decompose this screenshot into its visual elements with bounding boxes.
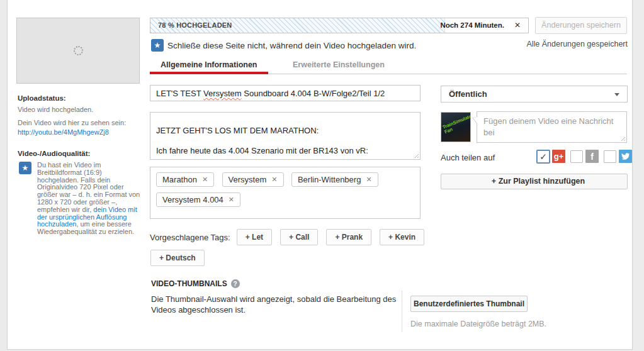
video-link-label: Dein Video wird hier zu sehen sein:	[18, 119, 126, 126]
message-placeholder: Fügen deinem Video eine Nachricht bei	[483, 116, 613, 137]
upload-status-text: Video wird hochgeladen.	[18, 106, 93, 113]
checkmark-icon: ✓	[539, 152, 547, 162]
chevron-down-icon	[614, 93, 619, 96]
upload-progress-bar: 78 % HOCHGELADEN Noch 274 Minuten. ✕	[150, 18, 529, 33]
remove-tag-icon[interactable]: ✕	[271, 176, 277, 184]
star-icon: ★	[151, 39, 164, 52]
video-url-link[interactable]: http://youtu.be/4MgMhgewZj8	[18, 128, 109, 136]
share-facebook-checkbox[interactable]	[570, 150, 583, 163]
tag-pill: Berlin-Wittenberg✕	[291, 172, 378, 187]
visibility-dropdown[interactable]: Öffentlich	[441, 86, 628, 103]
video-message-input[interactable]: Fügen deinem Video eine Nachricht bei	[477, 111, 627, 143]
title-input[interactable]: LET'S TEST Versystem Soundboard 4.004 B-…	[150, 85, 421, 101]
googleplus-icon[interactable]: g+	[552, 150, 565, 163]
save-changes-button[interactable]: Änderungen speichern	[535, 17, 627, 34]
suggested-tag-button[interactable]: + Prank	[326, 229, 371, 245]
avatar: TrainSimulator Fan	[441, 112, 471, 142]
tag-pill: Marathon✕	[156, 172, 214, 187]
resize-handle[interactable]	[619, 135, 625, 141]
suggested-tags-label: Vorgeschlagene Tags:	[150, 233, 230, 242]
suggested-tag-button[interactable]: + Call	[280, 229, 318, 245]
tags-input[interactable]: Marathon✕ Versystem✕ Berlin-Wittenberg✕ …	[150, 167, 421, 219]
bubble-pointer	[473, 117, 477, 123]
twitter-icon[interactable]	[619, 150, 632, 163]
facebook-icon[interactable]: f	[585, 150, 599, 163]
tag-pill: Versystem✕	[222, 172, 284, 187]
thumbnails-info-text: Die Thumbnail-Auswahl wird angezeigt, so…	[151, 294, 398, 315]
upload-page: Uploadstatus: Video wird hochgeladen. De…	[0, 0, 644, 351]
share-label: Auch teilen auf	[441, 153, 495, 162]
description-textarea[interactable]: JETZT GEHT'S LOS MIT DEM MARATHON: Ich f…	[150, 112, 421, 160]
share-options-row: ✓ g+ f	[537, 150, 632, 163]
share-googleplus-checkbox[interactable]: ✓	[537, 150, 550, 163]
suggested-tags-row: Vorgeschlagene Tags: + Let + Call + Pran…	[150, 229, 432, 245]
share-twitter-checkbox[interactable]	[604, 150, 616, 163]
video-preview	[16, 18, 140, 84]
loading-spinner-icon	[74, 46, 83, 55]
saved-status-text: Alle Änderungen gespeichert	[526, 40, 628, 48]
misspelled-word: Versystem	[203, 89, 242, 98]
upload-progress-label: 78 % HOCHGELADEN	[158, 21, 232, 29]
remove-tag-icon[interactable]: ✕	[366, 176, 371, 184]
suggested-tag-button[interactable]: + Let	[237, 229, 272, 245]
suggested-tag-button[interactable]: + Deutsch	[150, 250, 205, 266]
remove-tag-icon[interactable]: ✕	[202, 176, 208, 184]
remove-tag-icon[interactable]: ✕	[229, 196, 234, 204]
vertical-divider	[402, 291, 402, 332]
quality-heading: Video-/Audioqualität:	[18, 150, 90, 157]
custom-thumbnail-button[interactable]: Benutzerdefiniertes Thumbnail	[410, 296, 528, 312]
tab-advanced-settings[interactable]: Erweiterte Einstellungen	[282, 59, 395, 74]
avatar-text: TrainSimulator Fan	[442, 113, 471, 135]
thumbnail-size-note: Die maximale Dateigröße beträgt 2MB.	[410, 320, 546, 328]
uploadstatus-heading: Uploadstatus:	[18, 94, 66, 102]
upload-notice-text: Schließe diese Seite nicht, während dein…	[167, 41, 416, 50]
time-remaining-label: Noch 274 Minuten.	[440, 21, 504, 29]
scrollbar-track[interactable]	[633, 0, 644, 351]
star-icon: ★	[19, 162, 31, 174]
tab-general-info[interactable]: Allgemeine Informationen	[150, 59, 268, 74]
help-icon[interactable]: ?	[231, 279, 240, 288]
thumbnails-heading: VIDEO-THUMBNAILS ?	[151, 279, 240, 288]
cancel-upload-icon[interactable]: ✕	[514, 21, 521, 30]
suggested-tag-button[interactable]: + Kevin	[380, 229, 424, 245]
resize-handle[interactable]	[413, 152, 419, 158]
tag-pill: Versystem 4.004✕	[156, 192, 240, 207]
quality-text: Du hast ein Video im Breitbildformat (16…	[37, 162, 142, 236]
add-to-playlist-button[interactable]: + Zur Playlist hinzufügen	[441, 174, 628, 189]
